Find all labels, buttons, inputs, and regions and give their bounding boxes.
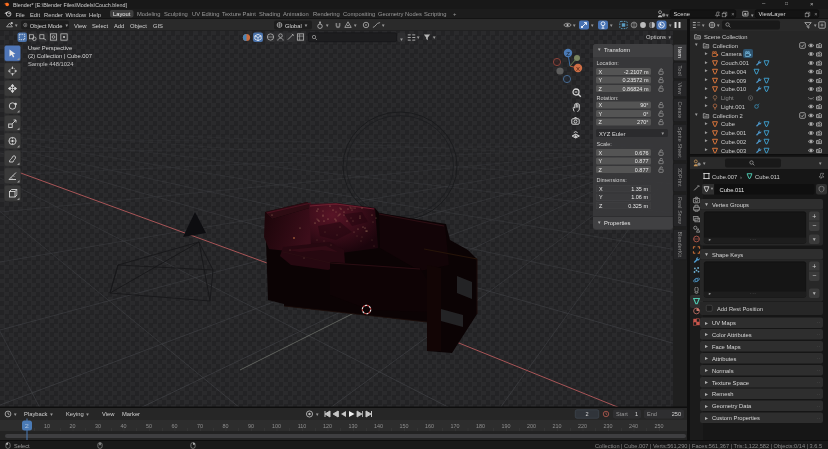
svg-text:X: X bbox=[576, 66, 580, 72]
svg-text:Z: Z bbox=[566, 51, 570, 57]
